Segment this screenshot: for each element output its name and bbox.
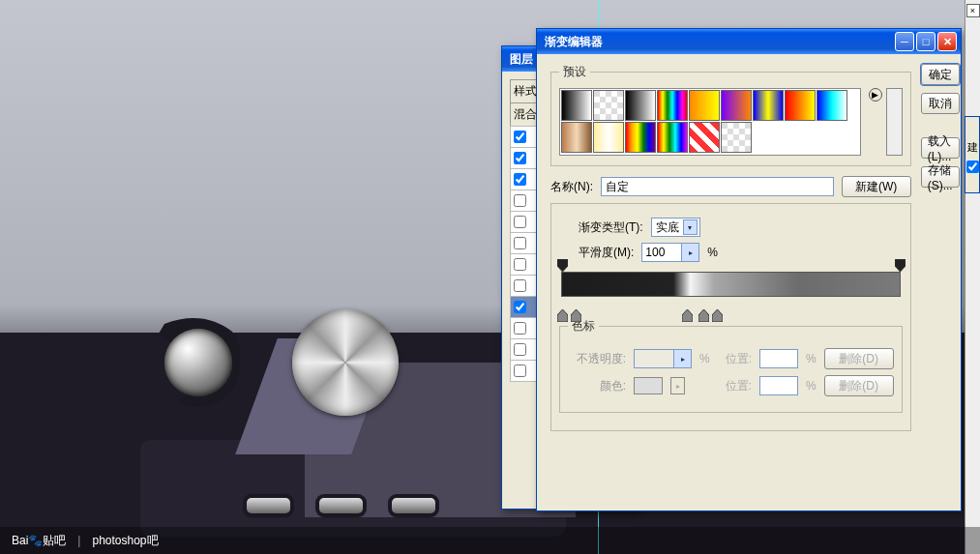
preset-swatch[interactable] — [593, 122, 624, 153]
cancel-button[interactable]: 取消 — [921, 93, 960, 114]
minimize-button[interactable]: ─ — [895, 32, 914, 51]
color-stop[interactable] — [682, 309, 693, 322]
preset-swatch[interactable] — [721, 90, 752, 121]
color-stop-fieldset: 色标 不透明度: ▸ % 位置: % 删除(D) 颜色: ▸ — [559, 318, 903, 413]
preset-swatch[interactable] — [625, 122, 656, 153]
position-label-1: 位置: — [726, 351, 752, 367]
effect-checkbox[interactable] — [514, 152, 526, 164]
preset-swatch[interactable] — [561, 122, 592, 153]
percent-label: % — [707, 246, 718, 259]
color-label: 颜色: — [568, 378, 626, 394]
opacity-label: 不透明度: — [568, 351, 626, 367]
position-input-2 — [759, 376, 798, 395]
close-button[interactable]: ✕ — [937, 32, 957, 51]
type-label: 渐变类型(T): — [579, 219, 643, 236]
type-select[interactable]: 实底 ▾ — [651, 218, 700, 237]
load-button[interactable]: 载入(L)... — [921, 137, 960, 159]
gradient-settings-fieldset: 渐变类型(T): 实底 ▾ 平滑度(M): ▸ % — [550, 203, 911, 431]
effect-checkbox[interactable] — [514, 364, 526, 377]
watermark-bar: Bai🐾贴吧 | photoshop吧 — [0, 527, 980, 554]
preset-swatch[interactable] — [593, 90, 624, 121]
gradient-preview-bar[interactable] — [561, 272, 901, 297]
effect-checkbox[interactable] — [514, 194, 526, 207]
preset-swatch[interactable] — [625, 90, 656, 121]
opacity-input: ▸ — [634, 349, 692, 368]
artwork-knob-left — [164, 329, 232, 396]
preset-swatch[interactable] — [785, 90, 816, 121]
color-swatch — [634, 377, 663, 394]
preset-grid[interactable] — [559, 88, 861, 156]
effect-checkbox[interactable] — [514, 173, 526, 186]
effect-checkbox[interactable] — [514, 343, 526, 356]
color-stop[interactable] — [557, 309, 568, 322]
position-input-1 — [759, 349, 798, 368]
presets-scrollbar[interactable] — [886, 88, 903, 156]
right-panel-checkbox[interactable] — [966, 160, 979, 173]
smooth-label: 平滑度(M): — [579, 245, 634, 261]
gradient-editor-title: 渐变编辑器 — [545, 34, 603, 50]
artwork-buttons — [247, 498, 435, 513]
preset-swatch[interactable] — [561, 90, 592, 121]
preset-swatch[interactable] — [657, 122, 688, 153]
preset-swatch[interactable] — [721, 122, 752, 153]
gradient-editor-dialog[interactable]: 渐变编辑器 ─ □ ✕ 预设 ▶ 名称(N): 新建(W) 渐变类 — [536, 28, 962, 511]
color-stop[interactable] — [698, 309, 709, 322]
artwork-knob-right — [292, 309, 399, 416]
delete-color-stop-button: 删除(D) — [824, 375, 894, 396]
color-stop[interactable] — [712, 309, 723, 322]
effect-checkbox[interactable] — [514, 279, 526, 292]
position-label-2: 位置: — [726, 378, 752, 394]
opacity-stop[interactable] — [557, 259, 568, 272]
presets-fieldset: 预设 ▶ — [550, 64, 911, 166]
right-dock-strip: × — [965, 0, 980, 554]
effect-checkbox[interactable] — [514, 258, 526, 271]
presets-menu-icon[interactable]: ▶ — [869, 88, 882, 102]
type-value: 实底 — [656, 219, 679, 236]
watermark-board: photoshop吧 — [92, 533, 158, 549]
watermark-logo: Bai🐾贴吧 — [12, 533, 66, 549]
chevron-right-icon: ▸ — [682, 243, 699, 262]
dock-close-icon[interactable]: × — [966, 4, 980, 17]
effect-checkbox[interactable] — [514, 322, 526, 335]
effect-checkbox[interactable] — [514, 237, 526, 249]
smooth-input[interactable]: ▸ — [641, 243, 699, 262]
chevron-down-icon: ▾ — [683, 219, 698, 235]
layer-style-title: 图层 — [510, 51, 533, 68]
presets-legend: 预设 — [559, 64, 590, 80]
save-button[interactable]: 存储(S)... — [921, 166, 960, 188]
color-stop[interactable] — [571, 309, 581, 322]
right-panel-label: 建 — [965, 117, 979, 157]
ok-button[interactable]: 确定 — [921, 64, 960, 85]
effect-checkbox[interactable] — [514, 131, 526, 143]
preset-swatch[interactable] — [689, 122, 720, 153]
preset-swatch[interactable] — [657, 90, 688, 121]
effect-checkbox[interactable] — [514, 216, 526, 228]
name-label: 名称(N): — [550, 179, 593, 195]
preset-swatch[interactable] — [817, 90, 847, 121]
new-button[interactable]: 新建(W) — [842, 176, 911, 197]
gradient-editor-titlebar[interactable]: 渐变编辑器 ─ □ ✕ — [537, 29, 961, 54]
preset-swatch[interactable] — [753, 90, 784, 121]
maximize-button[interactable]: □ — [916, 32, 935, 51]
preset-swatch[interactable] — [689, 90, 720, 121]
right-panel-fragment: 建 — [965, 116, 980, 193]
effect-checkbox[interactable] — [514, 301, 526, 313]
smooth-value[interactable] — [641, 243, 682, 262]
delete-opacity-stop-button: 删除(D) — [824, 348, 894, 369]
name-input[interactable] — [601, 177, 834, 196]
opacity-stop[interactable] — [895, 259, 906, 272]
